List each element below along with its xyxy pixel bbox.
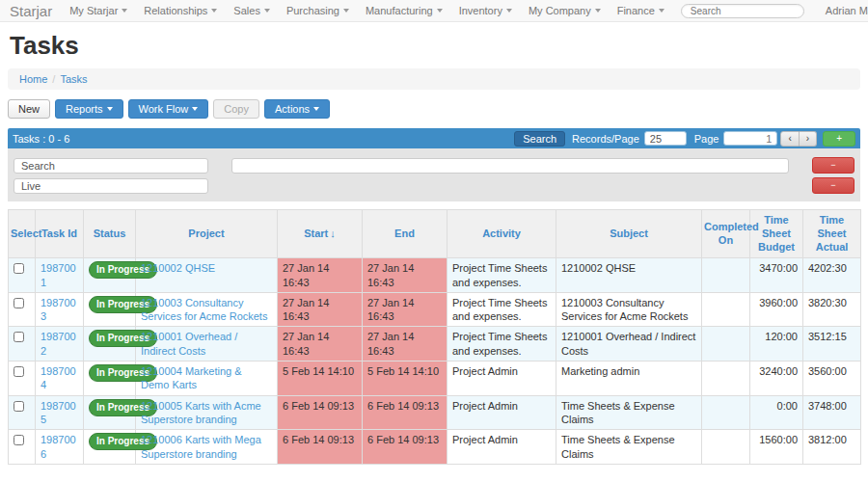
- records-page-label: Records/Page: [572, 133, 639, 145]
- status-cell: In Progress: [84, 258, 136, 293]
- task-id-cell: 1987005: [36, 395, 84, 430]
- col-header-end[interactable]: End: [363, 210, 448, 258]
- subject-cell: 1210001 Overhead / Indirect Costs: [556, 327, 702, 362]
- task-id-link[interactable]: 1987005: [41, 400, 76, 425]
- nav-item-manufacturing[interactable]: Manufacturing: [366, 5, 443, 16]
- project-link[interactable]: 1210001 Overhead / Indirect Costs: [141, 331, 237, 356]
- start-date-cell: 5 Feb 14 14:10: [278, 362, 363, 396]
- table-row: 1987004 In Progress 1210004 Marketing & …: [9, 362, 861, 396]
- reports-button[interactable]: Reports: [55, 99, 123, 119]
- remove-filter-button-2[interactable]: −: [812, 177, 854, 194]
- breadcrumb-home-link[interactable]: Home: [19, 73, 47, 85]
- col-header-select[interactable]: Select: [9, 210, 36, 258]
- page-number-input[interactable]: [723, 131, 777, 146]
- filter-criteria-input-1[interactable]: [231, 158, 789, 174]
- nav-item-my-starjar[interactable]: My Starjar: [69, 5, 127, 16]
- col-header-timesheet-actual[interactable]: Time Sheet Actual: [803, 210, 861, 258]
- select-cell: [9, 327, 36, 362]
- nav-item-inventory[interactable]: Inventory: [459, 5, 512, 16]
- activity-cell: Project Time Sheets and expenses.: [448, 327, 556, 362]
- add-filter-button[interactable]: +: [823, 131, 855, 147]
- nav-item-label: Sales: [233, 5, 260, 16]
- chevron-down-icon: [211, 9, 217, 13]
- table-row: 1987006 In Progress 1210006 Karts with M…: [9, 430, 861, 465]
- project-cell: 1210001 Overhead / Indirect Costs: [136, 327, 278, 362]
- task-id-link[interactable]: 1987004: [41, 365, 76, 390]
- filter-row-2: −: [14, 177, 854, 194]
- workflow-button[interactable]: Work Flow: [128, 99, 209, 119]
- start-date-cell: 6 Feb 14 09:13: [278, 430, 363, 465]
- records-page-input[interactable]: [644, 131, 687, 146]
- next-page-button[interactable]: ›: [800, 131, 817, 147]
- status-cell: In Progress: [84, 292, 136, 327]
- brand-logo[interactable]: Starjar: [10, 3, 52, 19]
- completed-on-cell: [702, 362, 750, 396]
- table-row: 1987001 In Progress 1210002 QHSE 27 Jan …: [9, 258, 861, 293]
- col-header-start-label: Start: [304, 228, 328, 239]
- col-header-start[interactable]: Start↓: [278, 210, 363, 258]
- row-checkbox[interactable]: [14, 435, 24, 445]
- task-id-link[interactable]: 1987002: [41, 331, 76, 356]
- project-cell: 1210003 Consultancy Services for Acme Ro…: [136, 292, 278, 327]
- project-link[interactable]: 1210002 QHSE: [141, 262, 215, 274]
- status-cell: In Progress: [84, 362, 136, 396]
- nav-item-finance[interactable]: Finance: [617, 5, 665, 16]
- breadcrumb-current-link[interactable]: Tasks: [60, 73, 87, 85]
- timesheet-actual-cell: 3560:00: [803, 362, 861, 396]
- grid-search-button[interactable]: Search: [514, 131, 565, 147]
- task-id-link[interactable]: 1987006: [41, 434, 76, 459]
- new-button[interactable]: New: [8, 99, 50, 119]
- start-date-cell: 27 Jan 14 16:43: [278, 327, 363, 362]
- nav-item-purchasing[interactable]: Purchasing: [286, 5, 349, 16]
- global-search-input[interactable]: [681, 4, 804, 18]
- subject-cell: Time Sheets & Expense Claims: [556, 395, 702, 430]
- project-cell: 1210004 Marketing & Demo Karts: [136, 362, 278, 396]
- project-link[interactable]: 1210003 Consultancy Services for Acme Ro…: [141, 297, 267, 322]
- task-id-cell: 1987003: [36, 292, 84, 327]
- project-link[interactable]: 1210004 Marketing & Demo Karts: [141, 365, 242, 390]
- chevron-down-icon: [437, 9, 443, 13]
- row-checkbox[interactable]: [14, 332, 24, 342]
- nav-item-relationships[interactable]: Relationships: [144, 5, 217, 16]
- nav-item-my-company[interactable]: My Company: [529, 5, 601, 16]
- row-checkbox[interactable]: [14, 263, 24, 274]
- task-id-link[interactable]: 1987003: [41, 297, 76, 322]
- col-header-status[interactable]: Status: [84, 210, 136, 258]
- filter-field-input-2[interactable]: [14, 178, 208, 194]
- select-cell: [9, 362, 36, 396]
- subject-cell: 1210002 QHSE: [556, 258, 702, 293]
- end-date-cell: 5 Feb 14 14:10: [363, 362, 448, 396]
- timesheet-budget-cell: 3240:00: [750, 362, 803, 396]
- col-header-timesheet-budget[interactable]: Time Sheet Budget: [750, 210, 803, 258]
- filter-field-input-1[interactable]: [14, 158, 208, 174]
- project-link[interactable]: 1210006 Karts with Mega Superstore brand…: [141, 434, 261, 459]
- row-checkbox[interactable]: [14, 401, 24, 412]
- activity-cell: Project Admin: [448, 362, 556, 396]
- row-checkbox[interactable]: [14, 298, 24, 308]
- project-link[interactable]: 1210005 Karts with Acme Superstore brand…: [141, 400, 261, 425]
- timesheet-actual-cell: 3512:15: [803, 327, 861, 362]
- prev-page-button[interactable]: ‹: [780, 131, 799, 147]
- chevron-down-icon: [264, 9, 270, 13]
- breadcrumb-separator: /: [47, 73, 60, 85]
- copy-button: Copy: [213, 99, 259, 119]
- col-header-completed-on[interactable]: Completed On: [702, 210, 750, 258]
- top-navbar: Starjar My Starjar Relationships Sales P…: [0, 0, 868, 22]
- task-id-link[interactable]: 1987001: [41, 262, 76, 287]
- user-menu-link[interactable]: Adrian Martin: [826, 5, 868, 16]
- col-header-subject[interactable]: Subject: [556, 210, 702, 258]
- completed-on-cell: [702, 430, 750, 465]
- project-cell: 1210006 Karts with Mega Superstore brand…: [136, 430, 278, 465]
- grid-header-bar: Tasks : 0 - 6 Search Records/Page Page ‹…: [8, 128, 860, 148]
- actions-button[interactable]: Actions: [264, 99, 330, 119]
- workflow-button-label: Work Flow: [139, 103, 189, 115]
- completed-on-cell: [702, 258, 750, 293]
- nav-item-sales[interactable]: Sales: [233, 5, 270, 16]
- row-checkbox[interactable]: [14, 366, 24, 377]
- remove-filter-button-1[interactable]: −: [812, 157, 854, 174]
- col-header-task-id[interactable]: Task Id: [36, 210, 84, 258]
- col-header-activity[interactable]: Activity: [448, 210, 556, 258]
- col-header-project[interactable]: Project: [136, 210, 278, 258]
- filter-area: − −: [8, 148, 860, 201]
- nav-item-label: Relationships: [144, 5, 207, 16]
